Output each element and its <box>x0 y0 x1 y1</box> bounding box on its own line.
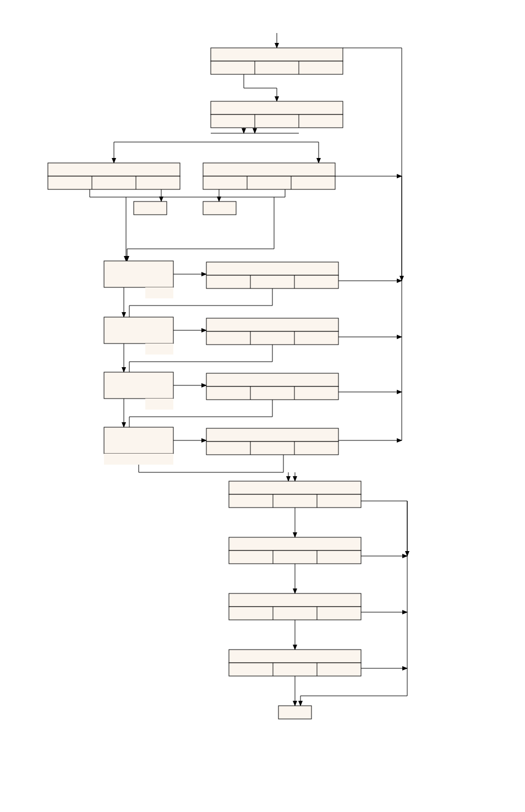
node-n16b <box>229 551 361 564</box>
node-n9t <box>145 344 173 355</box>
node-n13t <box>104 454 173 465</box>
node-n14 <box>206 428 338 442</box>
node-n11 <box>104 372 173 399</box>
edge-2 <box>244 74 277 101</box>
node-n19 <box>278 706 311 719</box>
node-n14b <box>206 442 338 455</box>
node-n7t <box>145 287 173 298</box>
node-n13 <box>104 427 173 454</box>
node-n2b <box>211 115 343 128</box>
node-n11t <box>145 399 173 410</box>
node-n8 <box>206 262 338 275</box>
edge-12 <box>90 189 285 197</box>
node-n18b <box>229 663 361 676</box>
node-n4 <box>203 163 335 176</box>
node-n9 <box>104 317 173 344</box>
node-n8b <box>206 275 338 288</box>
edge-32 <box>361 501 407 556</box>
node-n17 <box>229 593 361 607</box>
node-n6 <box>203 201 236 215</box>
node-n7 <box>104 261 173 287</box>
node-n15 <box>229 481 361 494</box>
node-n4b <box>203 176 335 189</box>
node-n1 <box>211 48 343 61</box>
node-n12b <box>206 386 338 400</box>
node-n2 <box>211 101 343 115</box>
node-n3b <box>48 176 180 189</box>
node-n3 <box>48 163 180 176</box>
node-n10b <box>206 331 338 345</box>
node-n17b <box>229 607 361 620</box>
edge-1 <box>343 48 402 281</box>
node-n5 <box>134 201 167 215</box>
flowchart-diagram <box>0 0 525 812</box>
node-n10 <box>206 318 338 331</box>
node-n15b <box>229 494 361 508</box>
node-n18 <box>229 650 361 663</box>
nodes <box>48 48 361 719</box>
node-n12 <box>206 373 338 386</box>
node-n1b <box>211 61 343 74</box>
node-n16 <box>229 537 361 551</box>
